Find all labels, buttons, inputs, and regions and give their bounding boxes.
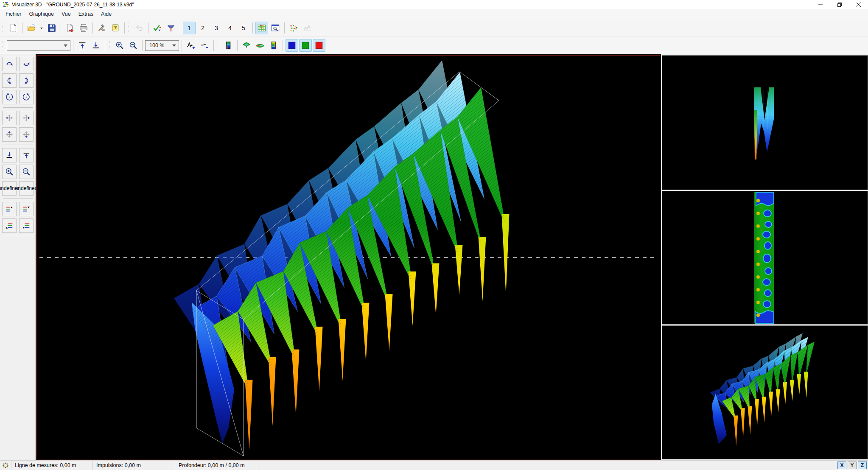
new-file-button[interactable]	[7, 22, 20, 34]
view-preset-5-button[interactable]: 5	[237, 22, 250, 34]
undo-button[interactable]	[133, 22, 146, 34]
help-button[interactable]: ?	[109, 22, 122, 34]
zoom-out-button[interactable]	[127, 39, 140, 52]
sidebar-row	[0, 111, 36, 125]
menu-extras[interactable]: Extras	[75, 10, 97, 18]
zoom-level-select-combobox[interactable]: 100 %	[145, 40, 179, 51]
toolbar-group	[112, 37, 141, 54]
signal-increase-button[interactable]: undefined	[19, 181, 34, 196]
preview-window-button[interactable]	[269, 22, 282, 34]
minimize-button[interactable]	[811, 0, 830, 9]
slice-view-button[interactable]	[254, 39, 266, 52]
side-view-panel[interactable]	[662, 55, 868, 190]
zoom-out-button[interactable]	[19, 165, 34, 179]
rotate-cw-button[interactable]	[19, 90, 34, 104]
set-marker-button[interactable]	[165, 22, 177, 34]
levels-down-alt-button[interactable]	[19, 218, 34, 233]
close-button[interactable]	[849, 0, 868, 9]
lower-view-button[interactable]	[2, 148, 17, 162]
levels-down-alt-icon	[22, 221, 31, 230]
channel-green-button[interactable]	[299, 39, 312, 52]
toolbar-group	[239, 37, 281, 54]
pan-left-button[interactable]	[2, 111, 17, 125]
toolbar-separator	[180, 22, 180, 34]
view-preset-4-button[interactable]: 4	[224, 22, 236, 34]
status-impulses: Impulsions: 0,00 m	[93, 461, 175, 470]
main-3d-view[interactable]	[36, 54, 661, 460]
signal-decrease-button[interactable]: undefined	[2, 181, 17, 196]
rotate-left-icon	[5, 76, 14, 85]
sidebar-row	[0, 73, 36, 88]
levels-down-button[interactable]	[19, 202, 34, 216]
rotate-up-button[interactable]	[2, 57, 17, 71]
axis-y-toggle[interactable]: Y	[848, 462, 857, 469]
levels-up-alt-button[interactable]	[2, 218, 17, 233]
close-icon	[857, 3, 861, 7]
perspective-view-panel[interactable]	[662, 325, 868, 459]
plan-view-scene[interactable]	[662, 191, 868, 324]
toolbar-grip[interactable]	[108, 40, 110, 51]
pan-right-button[interactable]	[19, 111, 34, 125]
raise-top-button[interactable]	[76, 39, 89, 52]
main-3d-scene[interactable]	[36, 54, 661, 460]
view-preset-3-button[interactable]: 3	[210, 22, 223, 34]
menu-fichier[interactable]: Fichier	[2, 10, 25, 18]
view-preset-1-button[interactable]: 1	[183, 22, 196, 34]
signal-verify-button[interactable]	[151, 22, 164, 34]
signal-decrease-button[interactable]	[198, 39, 211, 52]
plan-view-panel[interactable]	[662, 191, 868, 325]
restore-button[interactable]	[830, 0, 849, 9]
toolbar-grip[interactable]	[128, 22, 130, 34]
toolbar-grip[interactable]	[217, 40, 219, 51]
section-view-button[interactable]	[222, 39, 235, 52]
scatter-view-button[interactable]	[287, 22, 300, 34]
lower-view-icon	[5, 151, 14, 159]
axis-z-toggle[interactable]: Z	[858, 462, 867, 469]
toolbar-group: 100 %	[144, 37, 180, 54]
view-preset-2-button[interactable]: 2	[196, 22, 209, 34]
toolbar-grip[interactable]	[2, 40, 4, 51]
raise-view-icon	[22, 151, 31, 159]
channel-red-button[interactable]	[313, 39, 325, 52]
export-report-button[interactable]	[64, 22, 76, 34]
raise-top-icon	[78, 41, 87, 50]
side-view-scene[interactable]	[662, 56, 868, 190]
rotate-right-button[interactable]	[19, 73, 34, 88]
print-button[interactable]	[77, 22, 90, 34]
options-tools-button[interactable]	[95, 22, 108, 34]
lower-bottom-button[interactable]	[90, 39, 102, 52]
rotate-ccw-icon	[5, 93, 14, 101]
sidebar-separator	[3, 107, 33, 108]
signal-increase-button[interactable]	[185, 39, 197, 52]
menu-aide[interactable]: Aide	[97, 10, 115, 18]
pan-up-icon	[5, 130, 14, 139]
levels-up-button[interactable]	[2, 202, 17, 216]
open-file-dropdown[interactable]	[39, 22, 45, 34]
axis-x-toggle[interactable]: X	[837, 462, 846, 469]
zoom-in-button[interactable]	[113, 39, 126, 52]
pan-up-button[interactable]	[2, 127, 17, 142]
zoom-in-button[interactable]	[2, 165, 17, 179]
section-view-2-button[interactable]	[267, 39, 280, 52]
dataset-select-combobox[interactable]	[7, 40, 70, 51]
channel-blue-button[interactable]	[286, 39, 298, 52]
perspective-view-scene[interactable]	[662, 326, 868, 459]
open-file-button[interactable]	[25, 22, 38, 34]
menu-vue[interactable]: Vue	[58, 10, 75, 18]
menu-graphique[interactable]: Graphique	[25, 10, 58, 18]
pan-down-button[interactable]	[19, 127, 34, 142]
save-file-button[interactable]	[45, 22, 58, 34]
toolbar-group	[62, 19, 91, 36]
toolbar-grip[interactable]	[2, 22, 4, 34]
toolbar-separator	[142, 40, 143, 51]
minimize-icon	[818, 3, 823, 7]
rotate-left-button[interactable]	[2, 73, 17, 88]
window-controls	[811, 0, 868, 9]
grid-view-button[interactable]	[255, 22, 268, 34]
raise-view-button[interactable]	[19, 148, 34, 162]
rotate-ccw-button[interactable]	[2, 90, 17, 104]
surface-view-button[interactable]	[240, 39, 253, 52]
rotate-down-button[interactable]	[19, 57, 34, 71]
toolbar-group	[254, 19, 283, 36]
chart-view-button[interactable]	[301, 22, 314, 34]
